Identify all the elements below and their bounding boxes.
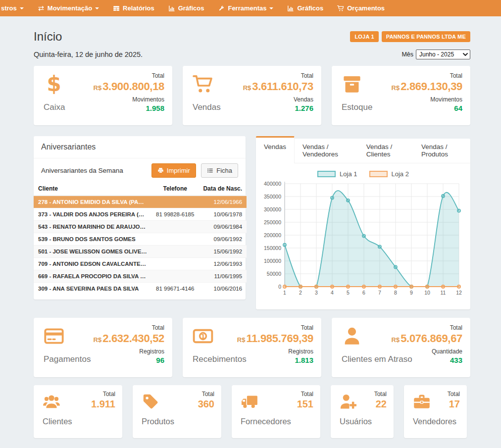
nav-item[interactable]: Relatórios [106, 0, 161, 16]
svg-text:10: 10 [424, 290, 430, 296]
total-amount: R$11.985.769,39 [237, 332, 313, 345]
sales-tab[interactable]: Vendas / Produtos [413, 139, 470, 163]
nav-item[interactable]: Orçamentos [330, 0, 392, 16]
tag-icon [142, 393, 159, 410]
nav-item-label: Ferramentas [228, 4, 266, 12]
count-card: Total 360 Produtos [133, 385, 221, 438]
caret-down-icon [95, 7, 99, 9]
svg-text:400000: 400000 [264, 181, 281, 187]
nav-item-label: Relatórios [123, 4, 154, 12]
sales-tab[interactable]: Vendas / Clientes [358, 139, 413, 163]
column-data-nasc: Data de Nasc. [199, 182, 247, 196]
cart-icon [337, 5, 344, 12]
nav-item[interactable]: Gráficos [161, 0, 211, 16]
print-button[interactable]: Imprimir [151, 163, 196, 178]
card-title: Pagamentos [44, 354, 91, 364]
client-cell: 501 - JOSE WELISSON GOMES OLIVEIR... [34, 246, 151, 258]
count-value: 17 [448, 398, 460, 410]
count-value: 64 [392, 104, 462, 112]
svg-text:6: 6 [362, 290, 365, 296]
currency-prefix: R$ [392, 336, 400, 344]
svg-text:11: 11 [441, 290, 446, 296]
nav-item[interactable]: Movimentação [31, 0, 106, 16]
wrench-icon [218, 5, 225, 12]
table-row[interactable]: 669 - RAFAELA PROCOPIO DA SILVA CA... 11… [34, 270, 247, 283]
count-label: Registros [237, 348, 313, 355]
svg-text:9: 9 [410, 290, 413, 296]
birthdate-cell: 10/06/1978 [199, 208, 247, 221]
total-amount: R$2.632.430,52 [94, 332, 164, 345]
table-row[interactable]: 278 - ANTONIO EMIDIO DA SILVA (PALE... 1… [34, 196, 247, 208]
page-content: Início LOJA 1 PANNOS E PANNOS LTDA ME Qu… [0, 30, 501, 438]
birthdate-cell: 15/06/1992 [199, 246, 247, 258]
table-row[interactable]: 501 - JOSE WELISSON GOMES OLIVEIR... 15/… [34, 246, 247, 258]
count-label: Vendas [243, 96, 313, 103]
count-label: Registros [94, 348, 164, 355]
table-row[interactable]: 373 - VALDIR DOS ANJOS PEREIRA (AN... 81… [34, 208, 247, 221]
summary-card: $ Caixa Total R$3.900.800,18 Movimentos … [34, 66, 172, 125]
table-row[interactable]: 709 - ANTONIO EDSON CAVALCANTE D... 12/0… [34, 258, 247, 270]
phone-cell [151, 258, 199, 270]
user-plus-icon [340, 393, 357, 410]
summary-cards-top: $ Caixa Total R$3.900.800,18 Movimentos … [34, 66, 470, 125]
panel-title: Aniversariantes [34, 136, 246, 158]
store-badge: LOJA 1 [350, 31, 378, 42]
legend-swatch [369, 171, 388, 177]
caret-down-icon [269, 7, 273, 9]
nav-item[interactable]: Ferramentas [211, 0, 280, 16]
cart-icon [193, 74, 213, 95]
month-select[interactable]: Junho - 2025 [416, 50, 470, 59]
sales-tab[interactable]: Vendas [256, 136, 295, 163]
nav-item-label: Gráficos [178, 4, 204, 12]
table-row[interactable]: 539 - BRUNO DOS SANTOS GOMES 09/06/1992 [34, 233, 247, 246]
total-label: Total [392, 72, 462, 79]
table-header-row: Cliente Telefone Data de Nasc. [34, 182, 247, 196]
svg-text:1: 1 [283, 290, 286, 296]
nav-item[interactable]: stros [1, 0, 31, 16]
summary-card: Clientes em Atraso Total R$5.076.869,67 … [332, 318, 470, 377]
card-title: Vendas [193, 102, 221, 112]
summary-card: 1 Recebimentos Total R$11.985.769,39 Reg… [183, 318, 321, 377]
card-title: Estoque [342, 102, 372, 112]
table-row[interactable]: 543 - RENATO MARINHO DE ARAUJO (F... 09/… [34, 221, 247, 233]
legend-item: Loja 2 [369, 170, 409, 178]
client-cell: 309 - ANA SEVERINA PAES DA SILVA [34, 283, 151, 295]
printer-icon [157, 167, 164, 174]
currency-prefix: R$ [94, 336, 102, 344]
current-date: Quinta-feira, 12 de junho de 2025. [34, 50, 143, 58]
ficha-button[interactable]: Ficha [201, 163, 238, 178]
table-row[interactable]: 309 - ANA SEVERINA PAES DA SILVA 81 9967… [34, 283, 247, 295]
phone-cell: 81 99828-6185 [151, 208, 199, 221]
phone-cell [151, 270, 199, 283]
summary-card: Vendas Total R$3.611.610,73 Vendas 1.276 [183, 66, 321, 125]
total-label: Total [198, 391, 214, 398]
sales-tabs: Vendas Vendas / Vendedores Vendas / Clie… [256, 139, 470, 163]
total-value: 11.985.769,39 [246, 332, 313, 345]
client-cell: 669 - RAFAELA PROCOPIO DA SILVA CA... [34, 270, 151, 283]
count-value: 433 [392, 356, 462, 364]
svg-text:1: 1 [200, 333, 205, 340]
svg-text:300000: 300000 [264, 206, 281, 212]
card-title: Caixa [44, 102, 65, 112]
nav-item[interactable]: Gráficos [280, 0, 330, 16]
chart-legend: Loja 1 Loja 2 [263, 170, 463, 178]
count-value: 1.813 [237, 356, 313, 364]
count-card: Total 22 Usuários [331, 385, 394, 438]
svg-text:$: $ [47, 74, 61, 95]
count-value: 1.276 [243, 104, 313, 112]
tab-label: Vendas / Produtos [421, 143, 448, 158]
column-cliente: Cliente [34, 182, 151, 196]
svg-text:50000: 50000 [267, 271, 281, 277]
svg-text:2: 2 [299, 290, 302, 296]
total-value: 3.900.800,18 [102, 80, 164, 93]
total-amount: R$2.869.130,39 [392, 80, 462, 93]
page-title: Início [34, 30, 62, 44]
credit-card-icon [44, 326, 64, 347]
svg-text:8: 8 [394, 290, 397, 296]
sales-tab[interactable]: Vendas / Vendedores [295, 139, 358, 163]
total-value: 3.611.610,73 [252, 80, 313, 93]
phone-cell [151, 246, 199, 258]
total-label: Total [374, 391, 387, 398]
archive-icon [342, 74, 362, 95]
dollar-icon: $ [44, 74, 64, 95]
